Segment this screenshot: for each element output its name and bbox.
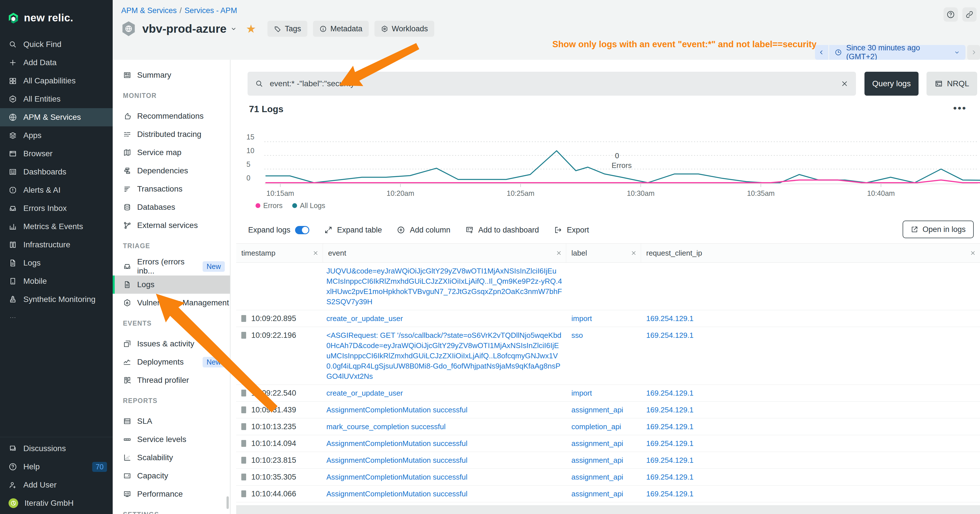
legend-item-all-logs[interactable]: All Logs xyxy=(292,202,325,210)
sidebar-item-thread-profiler[interactable]: Thread profiler xyxy=(113,371,230,389)
sidebar-scrollbar[interactable] xyxy=(226,496,229,509)
global-nav-item-iterativ-gmbh[interactable]: Iterativ GmbH xyxy=(0,494,113,512)
event-link[interactable]: AssignmentCompletionMutation successful xyxy=(326,473,468,481)
global-nav-item-dashboards[interactable]: Dashboards xyxy=(0,163,113,181)
global-nav-item-apps[interactable]: Apps xyxy=(0,126,113,145)
table-scroll-track[interactable] xyxy=(236,505,980,514)
event-link[interactable]: JUQVU&code=eyJraWQiOiJjcGltY29yZV8wOTI1M… xyxy=(326,267,562,306)
new-relic-logo[interactable]: new relic. xyxy=(0,0,113,29)
global-nav-item-metrics-events[interactable]: Metrics & Events xyxy=(0,218,113,236)
global-nav-item-discussions[interactable]: Discussions xyxy=(0,439,113,458)
sidebar-item-capacity[interactable]: Capacity xyxy=(113,467,230,485)
global-nav-item-all-capabilities[interactable]: All Capabilities xyxy=(0,72,113,90)
sidebar-item-deployments[interactable]: DeploymentsNew xyxy=(113,353,230,371)
sidebar-item-distributed-tracing[interactable]: Distributed tracing xyxy=(113,125,230,143)
query-logs-button[interactable]: Query logs xyxy=(864,72,918,95)
ip-link[interactable]: 169.254.129.1 xyxy=(646,456,694,465)
event-link[interactable]: create_or_update_user xyxy=(326,314,403,323)
chevron-down-icon[interactable] xyxy=(230,25,237,32)
remove-column-icon[interactable] xyxy=(970,250,976,256)
global-nav-item-errors-inbox[interactable]: Errors Inbox xyxy=(0,199,113,218)
chip-tags[interactable]: Tags xyxy=(267,21,307,37)
remove-column-icon[interactable] xyxy=(556,250,562,256)
table-row[interactable]: 10:10:44.066 AssignmentCompletionMutatio… xyxy=(236,485,980,502)
export-button[interactable]: Export xyxy=(554,226,589,234)
label-link[interactable]: sso xyxy=(571,331,583,339)
sidebar-item-recommendations[interactable]: Recommendations xyxy=(113,107,230,125)
breadcrumb-services-apm[interactable]: Services - APM xyxy=(185,6,237,15)
table-row[interactable]: 10:10:13.235 mark_course_completion succ… xyxy=(236,419,980,435)
global-nav-item-logs[interactable]: Logs xyxy=(0,254,113,272)
expand-logs-toggle[interactable] xyxy=(295,226,309,234)
sidebar-item-transactions[interactable]: Transactions xyxy=(113,180,230,198)
global-nav-item-help[interactable]: Help70 xyxy=(0,458,113,476)
event-link[interactable]: AssignmentCompletionMutation successful xyxy=(326,406,468,414)
global-nav-item-add-data[interactable]: Add Data xyxy=(0,54,113,72)
label-link[interactable]: assignment_api xyxy=(571,406,623,414)
ip-link[interactable]: 169.254.129.1 xyxy=(646,490,694,498)
label-link[interactable]: assignment_api xyxy=(571,456,623,465)
ip-link[interactable]: 169.254.129.1 xyxy=(646,389,694,397)
entity-title[interactable]: vbv-prod-azure xyxy=(142,22,226,36)
label-link[interactable]: assignment_api xyxy=(571,473,623,481)
table-row[interactable]: 10:10:14.094 AssignmentCompletionMutatio… xyxy=(236,435,980,452)
sidebar-item-external-services[interactable]: External services xyxy=(113,216,230,234)
sidebar-item-databases[interactable]: Databases xyxy=(113,198,230,216)
expand-table-button[interactable]: Expand table xyxy=(324,226,382,234)
global-nav-item-browser[interactable]: Browser xyxy=(0,145,113,163)
sidebar-item-service-levels[interactable]: Service levels xyxy=(113,430,230,449)
table-row[interactable]: 10:09:22.540 create_or_update_user impor… xyxy=(236,385,980,402)
time-forward-button[interactable] xyxy=(967,45,980,60)
table-row[interactable]: 10:09:22.196 <ASGIRequest: GET '/sso/cal… xyxy=(236,327,980,385)
global-nav-item-mobile[interactable]: Mobile xyxy=(0,272,113,290)
global-nav-item-quick-find[interactable]: Quick Find xyxy=(0,35,113,54)
sidebar-item-logs[interactable]: Logs xyxy=(113,275,230,294)
global-nav-item-synthetic-monitoring[interactable]: Synthetic Monitoring xyxy=(0,290,113,309)
chip-workloads[interactable]: Workloads xyxy=(374,21,434,37)
event-link[interactable]: AssignmentCompletionMutation successful xyxy=(326,490,468,498)
logs-timeseries-chart[interactable]: 05101510:15am10:20am10:25am10:30am10:35a… xyxy=(231,123,980,216)
sidebar-item-issues-activity[interactable]: Issues & activity xyxy=(113,335,230,353)
time-back-button[interactable] xyxy=(815,45,828,60)
label-link[interactable]: completion_api xyxy=(571,422,621,431)
global-nav-item-all-entities[interactable]: All Entities xyxy=(0,90,113,108)
event-link[interactable]: mark_course_completion successful xyxy=(326,422,445,431)
ip-link[interactable]: 169.254.129.1 xyxy=(646,314,694,323)
event-link[interactable]: create_or_update_user xyxy=(326,389,403,397)
open-in-logs-button[interactable]: Open in logs xyxy=(903,221,974,238)
nrql-button[interactable]: NRQL xyxy=(926,72,977,95)
event-link[interactable]: AssignmentCompletionMutation successful xyxy=(326,456,468,465)
label-link[interactable]: import xyxy=(571,314,592,323)
label-link[interactable]: assignment_api xyxy=(571,439,623,448)
clear-query-button[interactable] xyxy=(840,80,848,88)
panel-more-menu[interactable]: ••• xyxy=(953,102,967,113)
label-link[interactable]: import xyxy=(571,389,592,397)
ip-link[interactable]: 169.254.129.1 xyxy=(646,406,694,414)
remove-column-icon[interactable] xyxy=(312,250,319,256)
add-column-button[interactable]: Add column xyxy=(397,226,450,234)
sidebar-item-errors-errors-inb[interactable]: Errors (errors inb...New xyxy=(113,257,230,275)
ip-link[interactable]: 169.254.129.1 xyxy=(646,473,694,481)
global-nav-item-item[interactable] xyxy=(0,309,113,327)
global-nav-item-add-user[interactable]: Add User xyxy=(0,476,113,494)
table-row[interactable]: 10:10:35.305 AssignmentCompletionMutatio… xyxy=(236,469,980,485)
global-nav-item-alerts-ai[interactable]: Alerts & AI xyxy=(0,181,113,199)
copy-link-button[interactable] xyxy=(963,7,977,22)
help-button[interactable] xyxy=(943,7,958,22)
sidebar-item-vulnerability-management[interactable]: Vulnerability Management xyxy=(113,294,230,312)
legend-item-errors[interactable]: Errors xyxy=(256,202,283,210)
ip-link[interactable]: 169.254.129.1 xyxy=(646,331,694,339)
label-link[interactable]: assignment_api xyxy=(571,490,623,498)
ip-link[interactable]: 169.254.129.1 xyxy=(646,439,694,448)
log-query-input[interactable] xyxy=(269,79,835,89)
remove-column-icon[interactable] xyxy=(630,250,637,256)
event-link[interactable]: AssignmentCompletionMutation successful xyxy=(326,439,468,448)
sidebar-item-scalability[interactable]: Scalability xyxy=(113,449,230,467)
favorite-star-icon[interactable]: ★ xyxy=(246,23,256,35)
table-row[interactable]: 10:10:23.815 AssignmentCompletionMutatio… xyxy=(236,452,980,469)
chip-metadata[interactable]: Metadata xyxy=(313,21,369,37)
table-row[interactable]: 10:09:31.439 AssignmentCompletionMutatio… xyxy=(236,402,980,419)
sidebar-item-service-map[interactable]: Service map xyxy=(113,143,230,162)
ip-link[interactable]: 169.254.129.1 xyxy=(646,422,694,431)
sidebar-item-sla[interactable]: SLA xyxy=(113,412,230,430)
